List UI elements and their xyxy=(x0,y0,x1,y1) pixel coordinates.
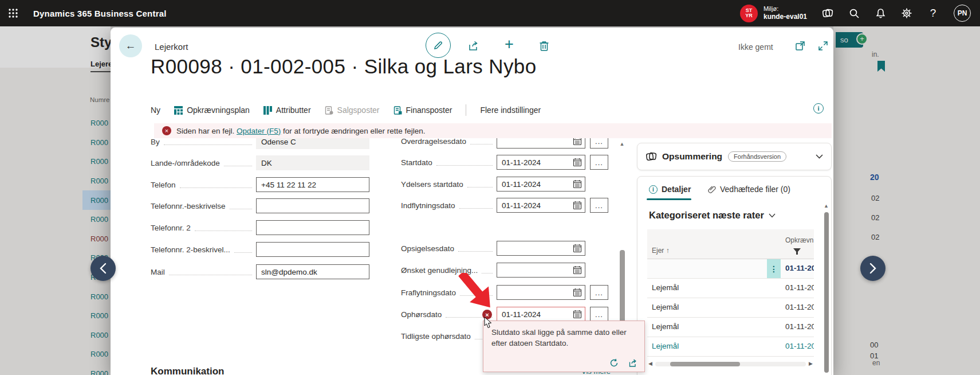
table-row[interactable]: Lejemål 01-11-2024 xyxy=(647,337,814,357)
field-telefon: Telefon +45 11 22 11 22 xyxy=(151,177,369,192)
panel-scrollbar-thumb[interactable] xyxy=(824,212,829,373)
delete-button[interactable] xyxy=(537,39,551,53)
oensket-genudlejning-input[interactable] xyxy=(497,263,585,278)
field-startdato: Startdato 01-11-2024 ... xyxy=(401,155,608,170)
cmd-opkraevningsplan[interactable]: Opkrævningsplan xyxy=(174,106,250,115)
new-button[interactable]: + xyxy=(502,37,516,51)
table-row[interactable]: Lejemål 01-11-2024 xyxy=(647,298,814,318)
field-landekode: Lande-/områdekode DK xyxy=(151,155,369,170)
field-ophoersdato: Ophørsdato 01-11-2024 ... xyxy=(401,307,608,322)
lejerkort-dialog: ← Lejerkort + Ikke gemt R00098 · 01-002-… xyxy=(111,28,833,375)
error-icon: × xyxy=(162,126,171,135)
telefon-input[interactable]: +45 11 22 11 22 xyxy=(256,177,369,192)
form-scrollbar-up[interactable]: ▲ xyxy=(618,141,626,147)
tab-vedhaeftede-filer[interactable]: Vedhæftede filer (0) xyxy=(708,185,790,194)
command-bar-divider xyxy=(466,104,466,116)
expand-button[interactable] xyxy=(816,39,830,53)
active-tab-indicator xyxy=(647,198,691,200)
ophoersdato-more-button[interactable]: ... xyxy=(590,307,608,322)
table-row[interactable]: ⋮ 01-11-2024 xyxy=(647,259,814,279)
share-icon[interactable] xyxy=(628,358,637,368)
fraflytningsdato-input[interactable] xyxy=(497,285,585,300)
mouse-cursor xyxy=(484,317,493,329)
info-icon[interactable]: i xyxy=(813,103,824,114)
field-telefon2-beskrivelse: Telefonnr. 2-beskrivel... xyxy=(151,242,369,257)
pencil-icon xyxy=(433,40,443,50)
column-header-opkraevn[interactable]: Opkrævn xyxy=(785,236,813,244)
panel-scrollbar-up[interactable]: ▲ xyxy=(824,203,829,209)
preview-badge: Forhåndsversion xyxy=(728,151,786,162)
indflytningsdato-input[interactable]: 01-11-2024 xyxy=(497,198,585,213)
indflytningsdato-more-button[interactable]: ... xyxy=(590,198,608,213)
billing-plan-icon xyxy=(174,106,183,115)
validation-tooltip: Slutdato skal ligge på samme dato eller … xyxy=(483,321,645,372)
user-avatar[interactable]: PN xyxy=(954,5,971,22)
telefon2-beskrivelse-input[interactable] xyxy=(256,242,369,257)
cmd-ny[interactable]: Ny xyxy=(151,106,160,115)
back-arrow-icon: ← xyxy=(125,40,136,52)
search-icon[interactable] xyxy=(848,7,860,19)
telefon-beskrivelse-input[interactable] xyxy=(256,198,369,213)
error-banner: × Siden har en fejl. Opdater (F5) for at… xyxy=(154,123,832,138)
previous-record-button[interactable] xyxy=(90,256,116,281)
startdato-more-button[interactable]: ... xyxy=(590,155,608,170)
table-row[interactable]: Lejemål 01-11-2024 xyxy=(647,279,814,298)
calendar-icon xyxy=(573,310,582,319)
filter-funnel-icon[interactable] xyxy=(793,248,801,255)
scroll-right-icon[interactable]: ▶ xyxy=(809,361,813,366)
back-button[interactable]: ← xyxy=(119,34,142,57)
field-opsigelsesdato: Opsigelsesdato xyxy=(401,241,585,256)
next-record-button[interactable] xyxy=(860,256,885,281)
app-title[interactable]: Dynamics 365 Business Central xyxy=(33,9,167,18)
edit-button[interactable] xyxy=(426,33,451,58)
open-in-window-button[interactable] xyxy=(793,39,807,53)
share-button[interactable] xyxy=(467,39,481,53)
cmd-attributter[interactable]: Attributter xyxy=(263,106,311,115)
cmd-finansposter[interactable]: Finansposter xyxy=(393,106,452,115)
ledger-entries-icon xyxy=(393,106,402,115)
panel-heading[interactable]: Kategoriseret næste rater xyxy=(649,210,776,221)
cmd-salgsposter[interactable]: Salgsposter xyxy=(325,106,380,115)
trash-icon xyxy=(539,40,549,52)
horizontal-scrollbar-thumb[interactable] xyxy=(670,362,740,366)
ydelsers-startdato-input[interactable]: 01-11-2024 xyxy=(497,177,585,192)
command-bar: Ny Opkrævningsplan Attributter Salgspost… xyxy=(151,101,554,119)
column-header-ejer[interactable]: Ejer ↑ xyxy=(652,247,670,255)
scroll-left-icon[interactable]: ◀ xyxy=(648,361,652,366)
collapse-summary-button[interactable] xyxy=(816,154,823,159)
opsigelsesdato-input[interactable] xyxy=(497,241,585,256)
fraflytningsdato-more-button[interactable]: ... xyxy=(590,285,608,300)
landekode-input[interactable]: DK xyxy=(256,155,369,170)
plus-icon: + xyxy=(505,38,514,50)
table-row[interactable]: Lejemål 01-11-2024 xyxy=(647,318,814,337)
settings-gear-icon[interactable] xyxy=(901,7,912,19)
horizontal-scrollbar: ◀ ▶ xyxy=(647,360,814,368)
notifications-icon[interactable] xyxy=(875,7,886,19)
tab-detaljer[interactable]: i Detaljer xyxy=(649,185,691,194)
mail-input[interactable]: sln@dpdemo.dk xyxy=(256,264,369,279)
table-header: Ejer ↑ Opkrævn xyxy=(647,229,814,259)
telefon2-input[interactable] xyxy=(256,220,369,235)
calendar-icon xyxy=(573,201,582,210)
row-menu-button[interactable]: ⋮ xyxy=(767,259,781,278)
startdato-input[interactable]: 01-11-2024 xyxy=(497,155,585,170)
page-caption: Lejerkort xyxy=(155,42,188,52)
sales-entries-icon xyxy=(325,106,333,115)
field-fraflytningsdato: Fraflytningsdato ... xyxy=(401,285,608,300)
next-installments-table: Ejer ↑ Opkrævn ⋮ 01-11-2024 Lejemål 01-1… xyxy=(647,229,814,373)
refresh-icon[interactable] xyxy=(609,358,619,368)
field-telefon-beskrivelse: Telefonnr.-beskrivelse xyxy=(151,198,369,213)
calendar-icon xyxy=(573,265,582,275)
environment-name: kunde-eval01 xyxy=(763,13,807,21)
waffle-icon[interactable] xyxy=(0,0,26,26)
help-icon[interactable]: ? xyxy=(927,7,939,19)
environment-info[interactable]: Miljø: kunde-eval01 xyxy=(763,5,807,22)
cmd-flere-indstillinger[interactable]: Flere indstillinger xyxy=(480,106,541,115)
calendar-icon xyxy=(573,288,582,297)
ophoersdato-input[interactable]: 01-11-2024 xyxy=(497,307,585,322)
org-badge[interactable]: ST YR xyxy=(740,5,758,22)
save-status: Ikke gemt xyxy=(738,42,773,52)
dynamics-apps-icon[interactable] xyxy=(822,7,833,19)
share-icon xyxy=(468,40,479,52)
refresh-link[interactable]: Opdater (F5) xyxy=(237,127,281,135)
